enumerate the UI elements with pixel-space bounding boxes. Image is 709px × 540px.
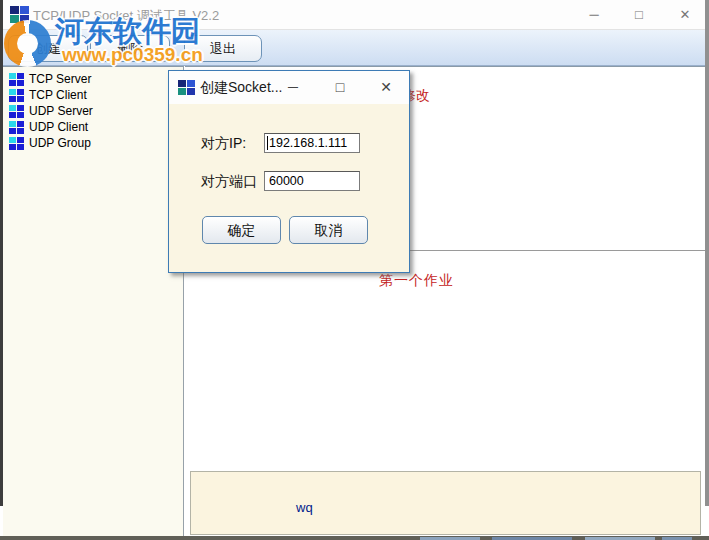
socket-type-icon (9, 105, 24, 118)
peer-port-input[interactable] (264, 171, 360, 191)
socket-type-list: TCP Server TCP Client UDP Server UDP Cli… (3, 66, 184, 536)
app-window: TCP/UDP Socket 调试工具 V2.2 ─ □ ✕ 创建 删除 退出 … (0, 0, 709, 540)
sidebar-item-label: TCP Server (29, 72, 91, 86)
delete-button[interactable]: 删除 (90, 35, 170, 62)
sidebar-item-tcp-client[interactable]: TCP Client (3, 87, 183, 103)
socket-type-icon (9, 121, 24, 134)
socket-type-icon (9, 137, 24, 150)
window-left-border (0, 0, 3, 506)
peer-ip-label: 对方IP: (201, 135, 246, 153)
titlebar: TCP/UDP Socket 调试工具 V2.2 ─ □ ✕ (0, 0, 709, 30)
job-note: 第一个作业 (379, 272, 454, 290)
app-logo-icon (10, 6, 29, 23)
dialog-titlebar: 创建Socket... ─ □ ✕ (169, 71, 409, 104)
cancel-button[interactable]: 取消 (289, 216, 368, 244)
sidebar-item-label: UDP Client (29, 120, 88, 134)
text-caret (267, 136, 268, 150)
sidebar-item-tcp-server[interactable]: TCP Server (3, 71, 183, 87)
create-button[interactable]: 创建 (8, 35, 88, 62)
dialog-logo-icon (178, 80, 195, 95)
dialog-title: 创建Socket... (200, 79, 282, 97)
window-title: TCP/UDP Socket 调试工具 V2.2 (33, 7, 219, 25)
dialog-close-icon[interactable]: ✕ (376, 78, 396, 96)
peer-port-label: 对方端口 (201, 173, 257, 191)
sidebar-item-label: UDP Server (29, 104, 93, 118)
dialog-minimize-icon[interactable]: ─ (283, 78, 303, 96)
maximize-icon[interactable]: □ (628, 6, 650, 24)
sidebar-item-label: UDP Group (29, 136, 91, 150)
peer-ip-input[interactable] (264, 133, 360, 153)
footer-panel (190, 471, 701, 535)
window-right-border[interactable] (705, 0, 709, 506)
sidebar-item-label: TCP Client (29, 88, 87, 102)
socket-type-icon (9, 89, 24, 102)
footer-note: wq (296, 500, 313, 515)
ok-button[interactable]: 确定 (202, 216, 281, 244)
create-socket-dialog: 创建Socket... ─ □ ✕ 对方IP: 对方端口 确定 取消 (168, 70, 410, 273)
sidebar-item-udp-group[interactable]: UDP Group (3, 135, 183, 151)
sidebar-item-udp-client[interactable]: UDP Client (3, 119, 183, 135)
sidebar-item-udp-server[interactable]: UDP Server (3, 103, 183, 119)
socket-type-icon (9, 73, 24, 86)
minimize-icon[interactable]: ─ (583, 6, 605, 24)
close-icon[interactable]: ✕ (674, 6, 696, 24)
exit-button[interactable]: 退出 (184, 35, 262, 62)
toolbar: 创建 删除 退出 (0, 30, 709, 66)
dialog-maximize-icon[interactable]: □ (330, 78, 350, 96)
